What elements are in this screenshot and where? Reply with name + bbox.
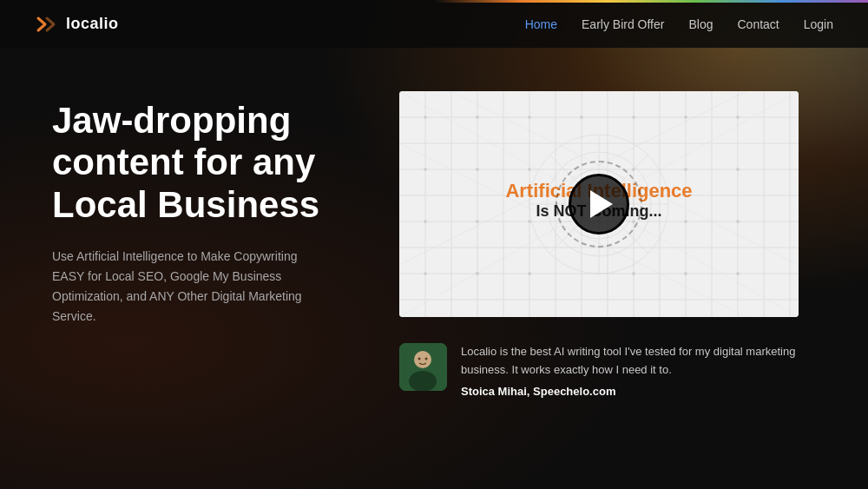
nav-home[interactable]: Home — [525, 17, 557, 31]
svg-point-33 — [632, 116, 635, 119]
play-button[interactable] — [569, 174, 629, 235]
svg-point-53 — [736, 272, 740, 275]
nav-links: Home Early Bird Offer Blog Contact Login — [525, 17, 833, 31]
svg-point-62 — [414, 351, 431, 368]
svg-point-43 — [476, 220, 479, 223]
svg-point-30 — [476, 116, 479, 119]
nav-login[interactable]: Login — [804, 17, 833, 31]
nav-early-bird[interactable]: Early Bird Offer — [582, 17, 664, 31]
right-column: Artificial Intelligence Is NOT Coming... — [399, 91, 833, 472]
logo[interactable]: localio — [35, 15, 119, 34]
avatar-image — [399, 343, 447, 391]
svg-point-46 — [684, 220, 687, 223]
svg-point-34 — [684, 116, 687, 119]
svg-point-49 — [476, 272, 479, 275]
svg-point-64 — [418, 358, 421, 360]
svg-point-65 — [425, 358, 428, 360]
logo-text: localio — [66, 15, 119, 33]
svg-point-42 — [424, 220, 427, 223]
svg-point-47 — [736, 220, 740, 223]
top-color-bar — [0, 0, 868, 3]
navbar: localio Home Early Bird Offer Blog Conta… — [0, 0, 868, 48]
video-thumbnail[interactable]: Artificial Intelligence Is NOT Coming... — [399, 91, 799, 317]
testimonial-quote: Localio is the best AI writing tool I've… — [461, 343, 833, 380]
svg-point-32 — [580, 116, 583, 119]
testimonial-author: Stoica Mihai, Speechelo.com — [461, 385, 833, 398]
left-column: Jaw-dropping content for any Local Busin… — [52, 91, 365, 472]
svg-point-37 — [476, 168, 479, 171]
hero-subtext: Use Artificial Intelligence to Make Copy… — [52, 247, 321, 327]
avatar — [399, 343, 447, 391]
logo-icon — [35, 15, 59, 34]
hero-heading: Jaw-dropping content for any Local Busin… — [52, 100, 365, 226]
svg-point-51 — [632, 272, 635, 275]
svg-point-63 — [409, 371, 437, 391]
svg-point-38 — [528, 168, 531, 171]
svg-point-29 — [424, 116, 427, 119]
nav-blog[interactable]: Blog — [688, 17, 713, 31]
svg-point-35 — [736, 116, 740, 119]
main-content: Jaw-dropping content for any Local Busin… — [0, 48, 868, 489]
nav-contact[interactable]: Contact — [737, 17, 779, 31]
svg-point-40 — [684, 168, 687, 171]
testimonial-text-block: Localio is the best AI writing tool I've… — [461, 343, 833, 398]
svg-point-44 — [528, 220, 531, 223]
svg-point-50 — [528, 272, 531, 275]
play-triangle-icon — [590, 190, 613, 218]
svg-point-48 — [424, 272, 427, 275]
svg-point-52 — [684, 272, 687, 275]
svg-point-36 — [424, 168, 427, 171]
svg-point-31 — [528, 116, 531, 119]
testimonial: Localio is the best AI writing tool I've… — [399, 334, 833, 398]
svg-point-41 — [736, 168, 740, 171]
